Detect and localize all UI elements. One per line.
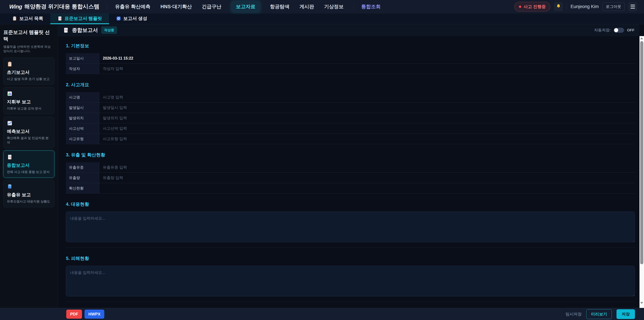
field-placeholder: 유출유종 입력 — [103, 165, 127, 170]
field-value[interactable]: 사고유형 입력 — [100, 134, 635, 144]
template-name: 초기보고서 — [7, 69, 51, 75]
template-name: 예측보고서 — [7, 128, 51, 134]
section-textarea[interactable] — [66, 212, 635, 242]
scroll-down-arrow-icon[interactable] — [640, 302, 643, 304]
section-heading: 3. 유출 및 확산현황 — [66, 152, 635, 158]
field-value[interactable]: 발생일시 입력 — [100, 103, 635, 113]
field-label: 작성자 — [66, 64, 100, 74]
section-table: 보고일시2026-03-11 15:22작성자작성자 입력 — [66, 53, 635, 74]
field-value[interactable]: 사고선박 입력 — [100, 123, 635, 134]
export-hwpx-button[interactable]: HWPX — [84, 309, 104, 319]
nav-item-emergency-rescue[interactable]: 긴급구난 — [202, 3, 221, 10]
section-divider — [66, 247, 635, 248]
export-pdf-button[interactable]: PDF — [66, 309, 82, 319]
vertical-scrollbar — [640, 36, 644, 308]
field-label: 발생일시 — [66, 103, 100, 113]
table-row: 유출량유출량 입력 — [66, 173, 635, 183]
field-value[interactable]: 유출량 입력 — [100, 173, 635, 183]
field-value[interactable]: 발생위치 입력 — [100, 113, 635, 123]
sidebar-title: 표준보고서 템플릿 선택 — [3, 29, 54, 43]
editor-header: 종합보고서 작성중 자동저장: OFF — [58, 24, 640, 36]
refresh-icon — [116, 16, 121, 21]
clipboard-icon — [7, 61, 51, 67]
scrollbar-thumb[interactable] — [640, 41, 643, 264]
export-buttons: PDFHWPX — [66, 309, 107, 319]
field-placeholder: 유출량 입력 — [103, 175, 123, 180]
report-tabbar: 보고서 목록표준보고서 템플릿보고서 생성 — [0, 14, 644, 24]
template-card-oil-spill-report[interactable]: 유출유 보고유류오염사고 대응지원 상황도 — [3, 180, 54, 207]
app-title: 해양환경 위기대응 통합시스템 — [24, 3, 99, 11]
section-table: 사고명사고명 입력발생일시발생일시 입력발생위치발생위치 입력사고선박사고선박 … — [66, 92, 635, 144]
field-value-text: 2026-03-11 15:22 — [103, 56, 133, 61]
nav-item-air-search[interactable]: 항공탐색 — [270, 3, 290, 10]
incident-dot-icon — [519, 6, 521, 8]
notifications-button[interactable] — [554, 2, 563, 11]
template-name: 지휘부 보고 — [7, 99, 51, 105]
field-placeholder: 사고유형 입력 — [103, 136, 127, 141]
autosave-label: 자동저장: — [594, 28, 611, 33]
menu-button[interactable] — [628, 2, 637, 11]
template-desc: 지휘부 보고용 요약 문서 — [7, 106, 51, 111]
scroll-up-arrow-icon[interactable] — [640, 38, 643, 39]
template-sidebar: 표준보고서 템플릿 선택 템플릿을 선택하면 오른쪽에 작성 양식이 표시됩니다… — [0, 24, 58, 308]
template-name: 종합보고서 — [7, 162, 51, 168]
autosave-toggle[interactable] — [614, 28, 624, 33]
memo-icon — [7, 154, 51, 160]
editor-footer: PDFHWPX 임시저장 미리보기 저장 — [0, 308, 644, 320]
incident-status-badge[interactable]: 사고 진행중 — [514, 2, 550, 12]
preview-button[interactable]: 미리보기 — [586, 309, 612, 319]
nav-item-weather-info[interactable]: 기상정보 — [324, 3, 344, 10]
table-row: 발생일시발생일시 입력 — [66, 103, 635, 113]
top-navbar: Wing 해양환경 위기대응 통합시스템 유출유 확산예측HNS·대기확산긴급구… — [0, 0, 644, 14]
field-value[interactable]: 사고명 입력 — [100, 92, 635, 102]
nav-item-hns-air[interactable]: HNS·대기확산 — [160, 3, 192, 10]
logout-button[interactable]: 로그아웃 — [602, 2, 624, 11]
template-card-comprehensive-report[interactable]: 종합보고서전체 사고 대응 종합 보고 문서 — [3, 151, 54, 178]
field-label: 발생위치 — [66, 113, 100, 123]
app-logo: Wing 해양환경 위기대응 통합시스템 — [9, 3, 100, 11]
table-row: 보고일시2026-03-11 15:22 — [66, 53, 635, 64]
field-value[interactable]: 2026-03-11 15:22 — [100, 53, 635, 64]
table-row: 사고명사고명 입력 — [66, 92, 635, 103]
tab-label: 보고서 생성 — [123, 16, 147, 22]
nav-item-oil-diffusion[interactable]: 유출유 확산예측 — [115, 3, 150, 10]
field-placeholder: 발생일시 입력 — [103, 105, 127, 110]
tab-report-generate[interactable]: 보고서 생성 — [109, 14, 154, 24]
table-row: 발생위치발생위치 입력 — [66, 113, 635, 123]
temp-save-button[interactable]: 임시저장 — [566, 311, 582, 317]
template-card-initial-report[interactable]: 초기보고서사고 발생 직후 초기 상황 보고 — [3, 58, 54, 85]
table-row: 유출유종유출유종 입력 — [66, 162, 635, 173]
field-value[interactable] — [100, 183, 635, 193]
status-badge: 작성중 — [101, 26, 117, 34]
field-placeholder: 사고선박 입력 — [103, 126, 127, 131]
nav-item-report-data[interactable]: 보고자료 — [232, 1, 260, 12]
line-chart-icon — [7, 120, 51, 126]
template-card-prediction-report[interactable]: 예측보고서확산예측 결과 및 민감자원 분석 — [3, 117, 54, 148]
nav-item-board[interactable]: 게시판 — [300, 3, 314, 10]
bar-chart-icon — [7, 91, 51, 97]
sidebar-subtitle: 템플릿을 선택하면 오른쪽에 작성 양식이 표시됩니다. — [3, 45, 54, 53]
hamburger-icon — [630, 5, 635, 9]
tab-report-list[interactable]: 보고서 목록 — [5, 14, 50, 24]
main-menu: 유출유 확산예측HNS·대기확산긴급구난보고자료항공탐색게시판기상정보통합조회 — [115, 1, 381, 12]
report-form: 1. 기본정보보고일시2026-03-11 15:22작성자작성자 입력2. 사… — [58, 36, 640, 308]
tab-standard-template[interactable]: 표준보고서 템플릿 — [50, 14, 109, 24]
save-button[interactable]: 저장 — [616, 309, 635, 319]
template-desc: 전체 사고 대응 종합 보고 문서 — [7, 170, 51, 174]
field-value[interactable]: 유출유종 입력 — [100, 162, 635, 172]
field-label: 유출유종 — [66, 162, 100, 172]
oil-drum-icon — [7, 184, 51, 190]
field-value[interactable]: 작성자 입력 — [100, 64, 635, 74]
footer-actions: 임시저장 미리보기 저장 — [566, 309, 635, 319]
autosave-state: OFF — [627, 28, 634, 32]
field-placeholder: 사고명 입력 — [103, 95, 123, 100]
incident-badge-label: 사고 진행중 — [524, 4, 546, 10]
field-label: 유출량 — [66, 173, 100, 183]
field-label: 사고명 — [66, 92, 100, 102]
section-textarea[interactable] — [66, 266, 635, 296]
template-list: 초기보고서사고 발생 직후 초기 상황 보고지휘부 보고지휘부 보고용 요약 문… — [3, 58, 54, 207]
nav-item-integrated-search[interactable]: 통합조회 — [354, 3, 381, 10]
field-label: 사고유형 — [66, 134, 100, 144]
editor-title: 종합보고서 — [72, 27, 98, 34]
template-card-command-report[interactable]: 지휘부 보고지휘부 보고용 요약 문서 — [3, 87, 54, 114]
